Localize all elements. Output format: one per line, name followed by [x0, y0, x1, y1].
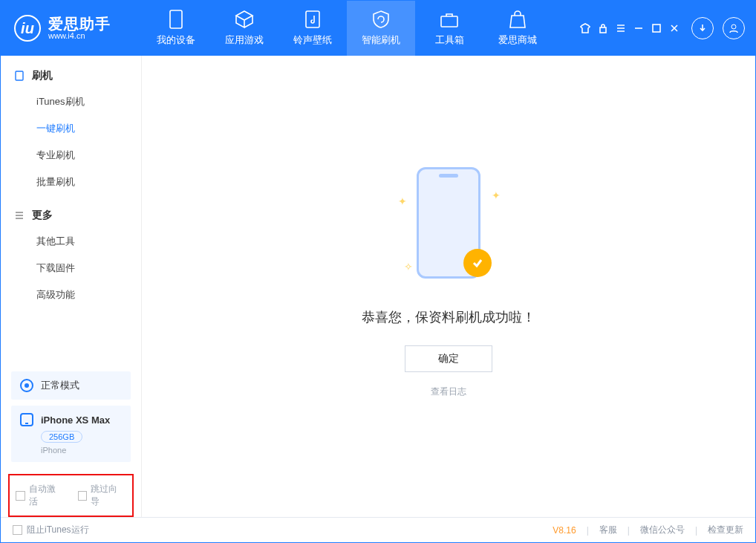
device-info[interactable]: iPhone XS Max 256GB iPhone: [11, 406, 131, 462]
main-body: 刷机 iTunes刷机 一键刷机 专业刷机 批量刷机 更多 其他工具 下载固件 …: [1, 56, 755, 517]
lock-icon[interactable]: [598, 23, 608, 33]
checkbox-label: 阻止iTunes运行: [27, 524, 89, 536]
sidebar-item-advanced[interactable]: 高级功能: [1, 282, 141, 308]
sidebar-section-title: 刷机: [32, 69, 53, 82]
toolbox-icon: [440, 10, 459, 29]
close-button[interactable]: [669, 23, 680, 33]
sparkle-icon: ✦: [398, 195, 407, 207]
sidebar: 刷机 iTunes刷机 一键刷机 专业刷机 批量刷机 更多 其他工具 下载固件 …: [1, 56, 142, 517]
main-content: ✦ ✦ ✧ 恭喜您，保资料刷机成功啦！ 确定 查看日志: [142, 56, 755, 517]
user-button[interactable]: [723, 17, 745, 39]
checkbox-block-itunes[interactable]: 阻止iTunes运行: [13, 524, 89, 536]
support-link[interactable]: 客服: [599, 524, 617, 536]
ok-button[interactable]: 确定: [405, 345, 492, 372]
window-extra-controls: [580, 23, 680, 33]
svg-rect-2: [441, 16, 457, 27]
app-subtitle: www.i4.cn: [48, 32, 111, 41]
success-illustration: ✦ ✦ ✧: [397, 167, 501, 293]
sparkle-icon: ✧: [404, 261, 413, 273]
svg-point-5: [731, 25, 736, 29]
wechat-link[interactable]: 微信公众号: [640, 524, 685, 536]
nav-smart-flash[interactable]: 智能刷机: [347, 1, 415, 56]
nav-apps[interactable]: 应用游戏: [210, 1, 278, 56]
minimize-button[interactable]: [633, 23, 644, 33]
sidebar-item-download-firmware[interactable]: 下载固件: [1, 255, 141, 282]
nav-label: 爱思商城: [498, 33, 537, 47]
version-label: V8.16: [553, 525, 576, 536]
shopping-bag-icon: [508, 10, 527, 29]
checkmark-badge-icon: [463, 249, 492, 277]
logo-text: 爱思助手 www.i4.cn: [48, 16, 111, 41]
sidebar-item-batch-flash[interactable]: 批量刷机: [1, 169, 141, 195]
sidebar-item-pro-flash[interactable]: 专业刷机: [1, 142, 141, 169]
phone-icon: [166, 10, 186, 29]
shield-refresh-icon: [371, 10, 391, 29]
sidebar-section-title: 更多: [32, 209, 53, 222]
checkbox-auto-activate[interactable]: 自动激活: [16, 483, 65, 508]
status-dot-icon: [20, 379, 33, 392]
footer-right: V8.16 | 客服 | 微信公众号 | 检查更新: [553, 524, 743, 536]
device-icon: [14, 71, 25, 81]
download-button[interactable]: [691, 17, 714, 39]
sidebar-section-flash: 刷机: [1, 56, 141, 88]
highlighted-options: 自动激活 跳过向导: [8, 474, 134, 517]
title-bar: iu 爱思助手 www.i4.cn 我的设备 应用游戏 铃声壁纸 智能刷机: [1, 1, 755, 56]
sidebar-item-other-tools[interactable]: 其他工具: [1, 228, 141, 255]
sidebar-item-oneclick-flash[interactable]: 一键刷机: [1, 115, 141, 142]
svg-rect-4: [653, 25, 660, 32]
svg-rect-3: [600, 27, 606, 33]
device-mode-status[interactable]: 正常模式: [11, 371, 131, 400]
device-type: iPhone: [41, 446, 122, 455]
app-title: 爱思助手: [48, 16, 111, 32]
logo-icon: iu: [14, 15, 41, 42]
checkbox-label: 自动激活: [29, 483, 65, 508]
storage-badge: 256GB: [41, 431, 82, 443]
nav-label: 铃声壁纸: [293, 33, 332, 47]
view-log-link[interactable]: 查看日志: [431, 386, 466, 398]
svg-rect-0: [170, 10, 182, 28]
svg-rect-1: [306, 11, 319, 27]
device-name: iPhone XS Max: [41, 414, 110, 426]
maximize-button[interactable]: [651, 23, 662, 33]
svg-rect-6: [16, 71, 23, 80]
check-update-link[interactable]: 检查更新: [708, 524, 743, 536]
menu-icon[interactable]: [616, 23, 626, 33]
cube-icon: [235, 10, 254, 29]
nav-label: 我的设备: [157, 33, 195, 47]
music-file-icon: [303, 10, 322, 29]
status-bar: 阻止iTunes运行 V8.16 | 客服 | 微信公众号 | 检查更新: [1, 517, 755, 542]
sidebar-section-more: 更多: [1, 195, 141, 228]
nav-ringtones[interactable]: 铃声壁纸: [278, 1, 347, 56]
nav-store[interactable]: 爱思商城: [483, 1, 552, 56]
list-icon: [14, 210, 25, 221]
checkbox-label: 跳过向导: [91, 483, 126, 508]
logo-area: iu 爱思助手 www.i4.cn: [1, 15, 142, 42]
shirt-icon[interactable]: [580, 23, 590, 33]
nav-toolbox[interactable]: 工具箱: [415, 1, 483, 56]
nav-label: 智能刷机: [362, 33, 400, 47]
nav-my-device[interactable]: 我的设备: [142, 1, 210, 56]
status-label: 正常模式: [41, 379, 79, 392]
sparkle-icon: ✦: [492, 189, 501, 201]
nav-label: 应用游戏: [225, 33, 264, 47]
checkbox-skip-guide[interactable]: 跳过向导: [78, 483, 127, 508]
app-window: iu 爱思助手 www.i4.cn 我的设备 应用游戏 铃声壁纸 智能刷机: [0, 0, 756, 543]
iphone-icon: [20, 413, 33, 426]
success-message: 恭喜您，保资料刷机成功啦！: [362, 308, 535, 326]
titlebar-right: [580, 17, 755, 39]
sidebar-item-itunes-flash[interactable]: iTunes刷机: [1, 88, 141, 115]
nav-label: 工具箱: [435, 33, 464, 47]
main-nav: 我的设备 应用游戏 铃声壁纸 智能刷机 工具箱 爱思商城: [142, 1, 552, 56]
